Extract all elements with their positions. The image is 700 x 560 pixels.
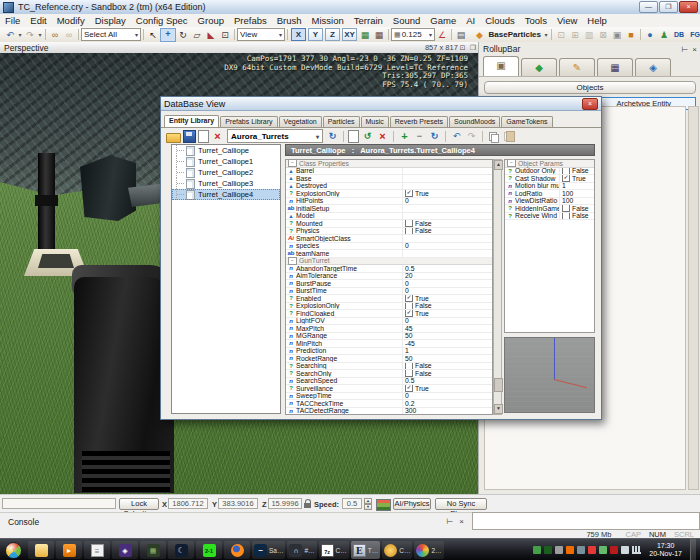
taskbar-moon-app[interactable] [168, 541, 194, 559]
tray-icon-4[interactable] [566, 546, 574, 554]
property-checkbox[interactable] [405, 370, 413, 377]
redo-icon[interactable]: ↷ [23, 29, 37, 41]
properties-scrollbar[interactable]: ▲ ▼ [493, 159, 502, 415]
property-value[interactable]: False [559, 168, 594, 175]
scale-icon[interactable]: ▱ [190, 29, 204, 41]
collapse-icon[interactable]: − [288, 159, 297, 167]
save-library-icon[interactable] [183, 130, 196, 143]
show-desktop-button[interactable] [690, 539, 696, 560]
property-checkbox[interactable]: ✓ [562, 175, 570, 182]
property-row[interactable]: nTACDetectRange300 [286, 408, 492, 416]
tab-particles[interactable]: Particles [323, 116, 360, 127]
select-area-icon[interactable]: ◣ [204, 29, 218, 41]
axis-y-button[interactable]: Y [308, 28, 323, 41]
taskbar-2d-app[interactable] [196, 541, 222, 559]
no-sync-player-button[interactable]: No Sync Player [435, 498, 487, 510]
property-value[interactable]: 0 [402, 280, 492, 287]
property-value[interactable]: 0 [402, 288, 492, 295]
view-filter-combo[interactable]: View▾ [237, 28, 285, 41]
property-checkbox[interactable] [405, 363, 413, 370]
rollup-tab-layers[interactable]: ◈ [635, 58, 671, 76]
tab-vegetation[interactable]: Vegetation [279, 116, 322, 127]
tab-prefabs-library[interactable]: Prefabs Library [220, 116, 277, 127]
rollup-tab-terrain[interactable]: ◆ [521, 58, 557, 76]
axis-xy-button[interactable]: XY [342, 28, 357, 41]
undo-icon[interactable] [450, 130, 463, 142]
library-combo-caret-icon[interactable]: ▾ [316, 133, 319, 140]
property-checkbox[interactable] [405, 220, 413, 227]
grid-snap-combo-caret-icon[interactable]: ▾ [426, 31, 432, 38]
property-value[interactable]: 0.5 [402, 378, 492, 385]
tab-reverb-presets[interactable]: Reverb Presets [390, 116, 448, 127]
z-coordinate-field[interactable]: 15.9996 [268, 498, 302, 509]
taskbar-notes-app[interactable] [84, 541, 110, 559]
rollupbar-scrollbar[interactable] [688, 106, 699, 490]
character-editor-icon[interactable]: ♟ [657, 29, 671, 41]
property-value[interactable]: 50 [402, 355, 492, 362]
tab-music[interactable]: Music [361, 116, 389, 127]
menu-game[interactable]: Game [425, 15, 461, 26]
collapse-icon[interactable]: − [507, 159, 516, 167]
taskbar-gold-app[interactable]: C… [382, 541, 412, 559]
property-value[interactable]: False [402, 363, 492, 370]
rollupbar-close-icon[interactable]: × [692, 45, 697, 54]
property-value[interactable]: False [402, 228, 492, 235]
property-value[interactable] [402, 205, 492, 212]
property-value[interactable]: 0 [402, 243, 492, 250]
property-value[interactable]: 1 [559, 183, 594, 190]
viewport-mode-label[interactable]: Perspective [0, 43, 48, 53]
menu-brush[interactable]: Brush [272, 15, 307, 26]
property-checkbox[interactable]: ✓ [405, 295, 413, 302]
menu-prefabs[interactable]: Prefabs [229, 15, 272, 26]
add-library-icon[interactable] [198, 130, 209, 143]
material-editor-icon[interactable]: ▣ [610, 29, 624, 41]
menu-modify[interactable]: Modify [52, 15, 90, 26]
property-checkbox[interactable] [562, 168, 570, 175]
taskbar-7zip[interactable]: C… [319, 541, 349, 559]
rotate-icon[interactable]: ↻ [176, 29, 190, 41]
property-value[interactable]: ✓True [402, 190, 492, 197]
tree-item[interactable]: Turret_Calliope3 [172, 178, 280, 189]
menu-help[interactable]: Help [582, 15, 612, 26]
window-titlebar[interactable]: TC_Refence.cry - Sandbox 2 (tm) (x64 Edi… [0, 0, 700, 15]
taskbar-explorer[interactable] [28, 541, 54, 559]
dialog-close-button[interactable]: × [582, 98, 598, 110]
taskbar-purple-app[interactable] [112, 541, 138, 559]
scroll-up-icon[interactable]: ▲ [494, 160, 503, 170]
get-from-selection-icon[interactable] [413, 130, 426, 142]
taskbar-media-player[interactable] [56, 541, 82, 559]
taskbar-dolphin-app[interactable]: Sa… [252, 541, 285, 559]
ai-physics-button[interactable]: AI/Physics [393, 498, 431, 510]
remove-library-icon[interactable] [211, 130, 224, 142]
menu-config-spec[interactable]: Config Spec [131, 15, 193, 26]
console-log-field[interactable] [472, 512, 700, 530]
speed-stepper[interactable]: ▲▼ [364, 498, 372, 510]
viewport-layout-icon[interactable]: ⊡ [458, 44, 468, 52]
terrain-status-icon[interactable] [376, 499, 391, 511]
undo-icon[interactable]: ↶ [3, 29, 17, 41]
tree-item[interactable]: Turret_Calliope4 [172, 189, 280, 200]
rollup-tab-display[interactable]: ▦ [597, 58, 633, 76]
property-value[interactable]: 1 [402, 348, 492, 355]
property-value[interactable]: 0 [402, 393, 492, 400]
taskbar-green-app[interactable] [140, 541, 166, 559]
entity-preview-pane[interactable] [504, 337, 595, 413]
assign-to-selection-icon[interactable] [398, 130, 411, 142]
texture-browser-icon[interactable]: ■ [624, 29, 638, 41]
reload-item-icon[interactable] [428, 130, 441, 142]
tray-icon-3[interactable] [555, 546, 563, 554]
move-icon[interactable]: + [160, 28, 176, 42]
load-library-icon[interactable] [166, 133, 181, 143]
grid-snap-combo[interactable]: ▦0.125▾ [391, 28, 435, 41]
property-checkbox[interactable] [562, 213, 570, 220]
selection-mask-combo[interactable]: Select All▾ [81, 28, 141, 41]
property-checkbox[interactable] [405, 303, 413, 310]
y-coordinate-field[interactable]: 383.9016 [218, 498, 258, 509]
collapse-icon[interactable]: − [288, 257, 297, 265]
x-coordinate-field[interactable]: 1806.712 [168, 498, 208, 509]
property-value[interactable]: 50 [402, 333, 492, 340]
database-view-icon[interactable]: DB [671, 29, 687, 41]
menu-file[interactable]: File [0, 15, 25, 26]
property-value[interactable] [402, 183, 492, 190]
tray-icon-1[interactable] [533, 546, 541, 554]
